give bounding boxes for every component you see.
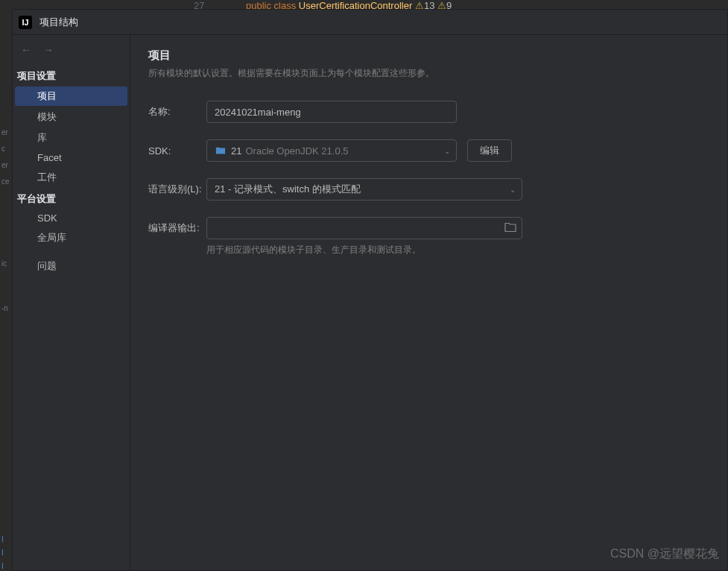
sidebar-item-project[interactable]: 项目	[15, 86, 127, 106]
compiler-output-hint: 用于相应源代码的模块子目录、生产目录和测试目录。	[206, 244, 709, 256]
compiler-output-label: 编译器输出:	[148, 221, 206, 235]
content-panel: 项目 所有模块的默认设置。根据需要在模块页面上为每个模块配置这些形参。 名称: …	[130, 35, 727, 570]
editor-left-gutter: er c er ce ic -n I I I	[0, 9, 12, 571]
sidebar-item-facets[interactable]: Facet	[15, 149, 127, 166]
sidebar-item-label: 问题	[37, 260, 57, 271]
sdk-dropdown[interactable]: 21 Oracle OpenJDK 21.0.5 ⌄	[206, 139, 457, 162]
section-header-platform-settings: 平台设置	[13, 188, 130, 209]
nav-back-icon[interactable]: ←	[20, 44, 32, 56]
section-header-project-settings: 项目设置	[13, 65, 130, 86]
sidebar-item-label: SDK	[37, 212, 57, 224]
sdk-label: SDK:	[148, 145, 206, 157]
nav-forward-icon[interactable]: →	[42, 44, 54, 56]
browse-folder-icon[interactable]	[504, 222, 516, 235]
name-label: 名称:	[148, 105, 206, 119]
sidebar: ← → 项目设置 项目 模块 库 Facet 工件 平台设置 SDK 全局库 问…	[13, 35, 130, 570]
lang-level-label: 语言级别(L):	[148, 183, 206, 196]
sidebar-item-label: 项目	[37, 90, 57, 101]
sidebar-item-label: 库	[37, 132, 47, 143]
sidebar-item-problems[interactable]: 问题	[15, 256, 127, 276]
lang-level-value: 21 - 记录模式、switch 的模式匹配	[215, 183, 361, 196]
chevron-down-icon: ⌄	[510, 186, 516, 194]
sidebar-item-artifacts[interactable]: 工件	[15, 168, 127, 187]
app-icon: IJ	[19, 16, 32, 29]
page-title: 项目	[148, 48, 709, 63]
compiler-output-input[interactable]	[206, 217, 522, 239]
sidebar-item-label: 全局库	[37, 232, 66, 243]
edit-sdk-button[interactable]: 编辑	[467, 139, 512, 162]
chevron-down-icon: ⌄	[444, 147, 450, 155]
sidebar-item-label: 模块	[37, 111, 57, 122]
sidebar-item-label: Facet	[37, 152, 62, 163]
dialog-title: 项目结构	[39, 16, 78, 29]
folder-sdk-icon	[215, 145, 227, 157]
sidebar-item-modules[interactable]: 模块	[15, 107, 127, 127]
project-structure-dialog: IJ 项目结构 ← → 项目设置 项目 模块 库 Facet 工件 平台设置 S…	[12, 9, 728, 571]
project-name-input[interactable]	[206, 101, 457, 123]
title-bar: IJ 项目结构	[13, 10, 727, 35]
language-level-dropdown[interactable]: 21 - 记录模式、switch 的模式匹配 ⌄	[206, 178, 522, 201]
page-description: 所有模块的默认设置。根据需要在模块页面上为每个模块配置这些形参。	[148, 67, 709, 80]
sdk-vendor-text: Oracle OpenJDK 21.0.5	[245, 145, 348, 157]
sidebar-item-sdks[interactable]: SDK	[15, 209, 127, 227]
sidebar-item-label: 工件	[37, 171, 57, 183]
sidebar-item-global-libs[interactable]: 全局库	[15, 228, 127, 247]
sdk-version-text: 21	[231, 145, 241, 157]
editor-background-code: 27 public class UserCertificationControl…	[0, 0, 728, 9]
sidebar-item-libraries[interactable]: 库	[15, 128, 127, 148]
